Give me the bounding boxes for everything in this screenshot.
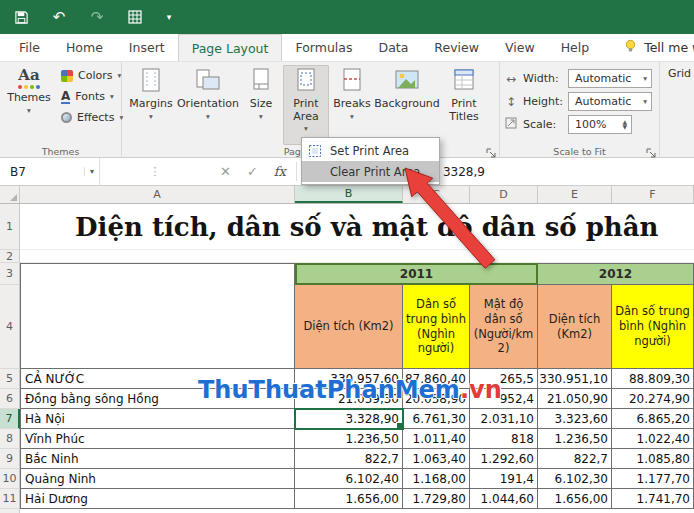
customize-quick-access-icon[interactable]: ▾	[164, 8, 174, 26]
fonts-button[interactable]: A Fonts ▾	[56, 86, 128, 107]
cell-dan-so-2011[interactable]: 6.761,30	[403, 409, 470, 429]
year-band-2011[interactable]: 2011	[295, 263, 538, 285]
cell-mat-do-2011[interactable]: 1.044,60	[470, 489, 538, 509]
cell-dien-tich-2011[interactable]: 1.656,00	[295, 489, 403, 509]
row-header[interactable]: 1	[0, 204, 20, 250]
cell-region-name[interactable]: Vĩnh Phúc	[20, 429, 295, 449]
cell-dien-tich-2012[interactable]: 6.102,30	[538, 469, 612, 489]
cell-region-name[interactable]: CẢ NƯỚC	[20, 369, 295, 389]
cell-dan-so-2011[interactable]: 1.011,40	[403, 429, 470, 449]
cell-dien-tich-2011[interactable]: 822,7	[295, 449, 403, 469]
redo-icon[interactable]: ↷	[88, 8, 106, 26]
header-cell-dan-so-2012[interactable]: Dân số trung bình (Nghìn người)	[612, 285, 694, 369]
header-cell-dien-tich-2012[interactable]: Diện tích (Km2)	[538, 285, 612, 369]
cell-dan-so-2012[interactable]: 1.085,80	[612, 449, 694, 469]
row-header[interactable]: 7	[0, 409, 20, 429]
cell-dien-tich-2012[interactable]: 3.323,60	[538, 409, 612, 429]
cell-mat-do-2011[interactable]: 1.292,60	[470, 449, 538, 469]
cell-dan-so-2012[interactable]: 88.809,30	[612, 369, 694, 389]
row-header[interactable]: 8	[0, 429, 20, 449]
enter-icon[interactable]: ✓	[247, 164, 258, 179]
column-header-b[interactable]: B	[295, 186, 403, 203]
cell-region-name[interactable]: Quảng Ninh	[20, 469, 295, 489]
table-icon[interactable]	[126, 8, 144, 26]
menu-item-set-print-area[interactable]: Set Print Area	[302, 140, 439, 161]
cell-dan-so-2012[interactable]: 6.865,20	[612, 409, 694, 429]
cell-dan-so-2011[interactable]: 1.729,80	[403, 489, 470, 509]
cell-dan-so-2011[interactable]: 87.860,40	[403, 369, 470, 389]
row-header[interactable]: 3	[0, 263, 20, 285]
tab-home[interactable]: Home	[53, 34, 116, 61]
row-header[interactable]: 11	[0, 489, 20, 509]
cell-mat-do-2011[interactable]: 2.031,10	[470, 409, 538, 429]
row-header[interactable]: 9	[0, 449, 20, 469]
width-select[interactable]: Automatic ▾	[568, 69, 652, 88]
header-cell-dien-tich[interactable]: Diện tích (Km2)	[295, 285, 403, 369]
breaks-button[interactable]: Breaks ▾	[331, 65, 373, 145]
print-area-button[interactable]: Print Area ▾	[283, 65, 329, 145]
background-button[interactable]: Background	[375, 65, 439, 145]
margins-button[interactable]: Margins ▾	[127, 65, 175, 145]
cell-region-name[interactable]: Đồng bằng sông Hồng	[20, 389, 295, 409]
tab-data[interactable]: Data	[366, 34, 422, 61]
cell-dien-tich-2011[interactable]: 330.957,60	[295, 369, 403, 389]
column-header-f[interactable]: F	[612, 186, 694, 203]
year-band-2012[interactable]: 2012	[538, 263, 694, 285]
name-box[interactable]: B7 ▾	[0, 158, 100, 185]
print-titles-button[interactable]: Print Titles	[441, 65, 487, 145]
column-header-a[interactable]: A	[20, 186, 295, 203]
height-select[interactable]: Automatic ▾	[568, 92, 652, 111]
cell-dan-so-2011[interactable]: 1.063,40	[403, 449, 470, 469]
cell-dien-tich-2011[interactable]: 1.236,50	[295, 429, 403, 449]
empty-cell[interactable]	[20, 250, 694, 263]
header-cell-dan-so[interactable]: Dân số trung bình (Nghìn người)	[403, 285, 470, 369]
cell-region-name[interactable]: Hà Nội	[20, 409, 295, 429]
cancel-icon[interactable]: ✕	[220, 164, 231, 179]
cell-dan-so-2012[interactable]: 1.741,70	[612, 489, 694, 509]
cell-dien-tich-2012[interactable]: 21.050,90	[538, 389, 612, 409]
scale-spinner[interactable]: 100% ▲▼	[568, 115, 632, 134]
tab-file[interactable]: File	[6, 34, 53, 61]
cell-mat-do-2011[interactable]: 952,4	[470, 389, 538, 409]
tab-view[interactable]: View	[492, 34, 548, 61]
row-header[interactable]: 4	[0, 285, 20, 369]
cell-dien-tich-2012[interactable]: 1.236,50	[538, 429, 612, 449]
tab-insert[interactable]: Insert	[116, 34, 178, 61]
row-header[interactable]: 5	[0, 369, 20, 389]
orientation-button[interactable]: Orientation ▾	[177, 65, 239, 145]
tab-review[interactable]: Review	[421, 34, 492, 61]
sheet-title-cell[interactable]: Diện tích, dân số và mật độ dân số phân	[20, 204, 694, 250]
cell-region-name[interactable]: Hải Dương	[20, 489, 295, 509]
scale-to-fit-dialog-launcher-icon[interactable]	[645, 144, 657, 156]
cell-mat-do-2011[interactable]: 265,5	[470, 369, 538, 389]
cell-mat-do-2011[interactable]: 818	[470, 429, 538, 449]
cell-dan-so-2012[interactable]: 1.022,40	[612, 429, 694, 449]
undo-icon[interactable]: ↶	[50, 8, 68, 26]
size-button[interactable]: Size ▾	[241, 65, 281, 145]
cell-region-name[interactable]: Bắc Ninh	[20, 449, 295, 469]
cell-dien-tich-2011[interactable]: 3.328,90	[295, 409, 403, 429]
tab-page-layout[interactable]: Page Layout	[178, 34, 283, 61]
cell-dan-so-2012[interactable]: 20.274,90	[612, 389, 694, 409]
spinner-arrows-icon[interactable]: ▲▼	[622, 120, 627, 130]
cell-dan-so-2012[interactable]: 1.177,70	[612, 469, 694, 489]
menu-item-clear-print-area[interactable]: Clear Print Area	[302, 161, 439, 182]
column-header-e[interactable]: E	[538, 186, 612, 203]
effects-button[interactable]: Effects ▾	[56, 107, 128, 128]
select-all-corner[interactable]	[0, 186, 20, 203]
cell-dan-so-2011[interactable]: 1.168,00	[403, 469, 470, 489]
row-header[interactable]: 6	[0, 389, 20, 409]
tab-help[interactable]: Help	[548, 34, 603, 61]
tab-formulas[interactable]: Formulas	[282, 34, 365, 61]
header-cell-mat-do[interactable]: Mật độ dân số (Người/km2)	[470, 285, 538, 369]
tell-me-box[interactable]: Tell me what you	[624, 34, 694, 61]
row-header[interactable]: 2	[0, 250, 20, 263]
cell-mat-do-2011[interactable]: 191,4	[470, 469, 538, 489]
page-setup-dialog-launcher-icon[interactable]	[485, 144, 497, 156]
cell-dien-tich-2012[interactable]: 822,7	[538, 449, 612, 469]
row-header[interactable]: 10	[0, 469, 20, 489]
cell-dien-tich-2011[interactable]: 21.059,30	[295, 389, 403, 409]
formula-bar-splitter[interactable]: ⋮	[100, 158, 210, 185]
cell-dien-tich-2011[interactable]: 6.102,40	[295, 469, 403, 489]
column-header-c[interactable]: C	[403, 186, 470, 203]
